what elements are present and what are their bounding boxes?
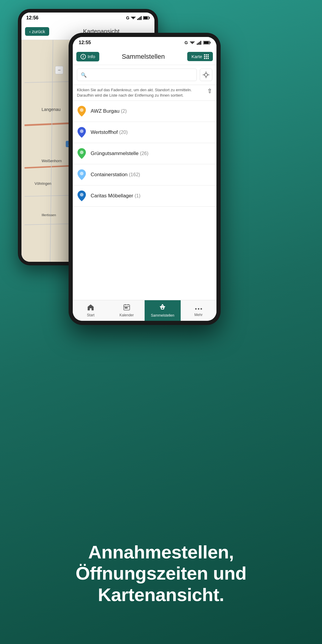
svg-rect-4 [140,17,140,20]
svg-rect-35 [199,42,200,45]
content-area: 🔍 Klicken Sie auf das Fadenkreuz, um den… [73,65,216,300]
hint-row: Klicken Sie auf das Fadenkreuz, um den a… [73,85,216,101]
caption-line2: Öffnungszeiten und [24,563,298,584]
back-button[interactable]: ‹ zurück [25,27,49,36]
back-wifi-icon [131,16,136,20]
battery-icon [203,41,210,44]
more-icon [195,304,202,312]
phone-front-screen: 12:55 G i Info [73,37,216,321]
wifi-icon [190,41,195,45]
signal-icon [197,41,202,45]
svg-text:Illertissen: Illertissen [42,213,56,217]
svg-marker-32 [190,41,195,44]
svg-text:Vöhringen: Vöhringen [35,182,52,186]
nav-label-sammelstellen: Sammelstellen [151,313,174,318]
nav-item-mehr[interactable]: Mehr [181,300,217,321]
svg-point-57 [198,308,199,310]
svg-point-56 [195,308,196,310]
nav-item-sammelstellen[interactable]: Sammelstellen [145,300,181,321]
svg-rect-55 [126,307,127,308]
list-item[interactable]: AWZ Burgau (2) [73,101,216,122]
nav-label-kalender: Kalender [120,313,134,317]
bottom-caption: Annahmestellen, Öffnungszeiten und Karte… [0,541,322,605]
svg-rect-8 [149,17,150,19]
back-button-label: zurück [32,29,45,34]
back-status-time: 12:56 [26,15,38,21]
back-chevron-icon: ‹ [29,29,31,34]
status-bar: 12:55 G [73,37,216,48]
info-label: Info [88,54,95,59]
nav-label-start: Start [87,313,95,317]
sort-icon[interactable]: ⇧ [207,87,212,95]
svg-point-49 [80,193,83,196]
top-nav: i Info Sammelstellen Karte [73,48,216,65]
caption-line3: Kartenansicht. [24,584,298,605]
status-time: 12:55 [79,40,91,45]
bottom-nav: Start Kalender [73,300,216,321]
svg-rect-33 [197,44,198,45]
search-box[interactable]: 🔍 [77,69,197,81]
svg-rect-36 [200,41,201,45]
info-icon: i [80,54,86,59]
svg-rect-39 [210,42,210,44]
map-pin-svg [78,106,86,117]
nav-label-mehr: Mehr [194,313,202,317]
list-item[interactable]: Containerstation (162) [73,164,216,185]
pin-green-icon [77,148,86,159]
list-item[interactable]: Caritas Möbellager (1) [73,185,216,207]
hint-text: Klicken Sie auf das Fadenkreuz, um den a… [77,87,204,98]
nav-title: Sammelstellen [101,53,185,61]
pin-lightblue-icon [77,169,86,180]
g-icon: G [185,40,188,45]
item-label-caritas: Caritas Möbellager (1) [91,193,140,199]
svg-text:−: − [58,67,61,73]
svg-rect-3 [138,18,139,20]
karte-label: Karte [191,54,202,59]
svg-point-40 [205,73,208,76]
calendar-icon [123,304,130,312]
svg-point-48 [80,172,83,175]
pin-orange-icon [77,106,86,117]
map-pin-svg [78,191,86,201]
item-label-awz: AWZ Burgau (2) [91,108,127,114]
back-battery-icon [143,16,150,20]
info-button[interactable]: i Info [76,52,99,61]
svg-text:Weißenhorn: Weißenhorn [42,159,62,163]
home-icon [87,304,94,312]
map-pin-svg [78,148,86,159]
svg-rect-7 [144,17,148,19]
item-label-gruengut: Grüngutsammelstelle (26) [91,151,148,157]
map-pin-svg [78,169,86,180]
map-pin-svg [78,127,86,138]
status-icons: G [185,40,210,45]
list-item[interactable]: Grüngutsammelstelle (26) [73,143,216,164]
search-icon: 🔍 [81,72,87,78]
svg-point-47 [80,151,83,154]
search-row: 🔍 [73,65,216,85]
recycle-icon [159,304,166,312]
pin-darkblue-icon [77,190,86,202]
nav-item-start[interactable]: Start [73,300,109,321]
svg-rect-2 [137,19,138,20]
svg-point-45 [80,108,83,112]
caption-line1: Annahmestellen, [24,541,298,563]
karte-button[interactable]: Karte [187,52,213,61]
crosshair-icon [203,72,209,78]
svg-point-58 [200,308,202,310]
svg-text:Langenau: Langenau [42,107,61,112]
svg-rect-54 [125,307,126,308]
list-item[interactable]: Wertstoffhof (20) [73,122,216,143]
back-g-icon: G [126,16,129,20]
back-status-bar: 12:56 G [21,13,154,23]
item-label-container: Containerstation (162) [91,172,140,178]
svg-rect-34 [198,43,199,45]
phone-front: 12:55 G i Info [69,33,221,325]
crosshair-button[interactable] [200,69,212,81]
nav-item-kalender[interactable]: Kalender [109,300,145,321]
svg-rect-5 [141,16,142,20]
pin-blue-icon [77,127,86,138]
item-label-wertstoff: Wertstoffhof (20) [91,129,128,135]
back-status-icons: G [126,16,150,20]
back-signal-icon [137,16,142,20]
grid-icon [204,54,209,59]
